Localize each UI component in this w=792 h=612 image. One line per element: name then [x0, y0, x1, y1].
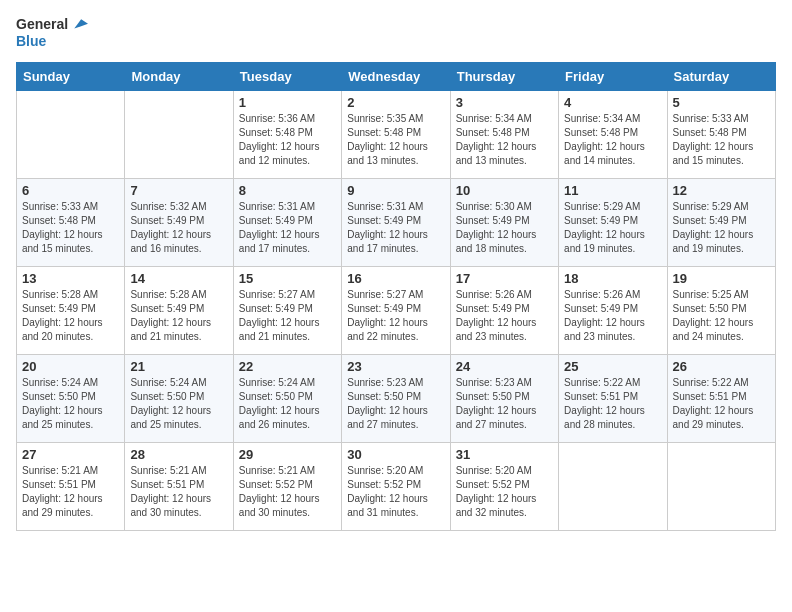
calendar-day-cell: 29Sunrise: 5:21 AM Sunset: 5:52 PM Dayli… [233, 443, 341, 531]
calendar-day-cell: 26Sunrise: 5:22 AM Sunset: 5:51 PM Dayli… [667, 355, 775, 443]
day-number: 8 [239, 183, 336, 198]
day-number: 29 [239, 447, 336, 462]
calendar-day-cell: 3Sunrise: 5:34 AM Sunset: 5:48 PM Daylig… [450, 91, 558, 179]
day-number: 15 [239, 271, 336, 286]
day-number: 28 [130, 447, 227, 462]
day-number: 31 [456, 447, 553, 462]
day-info: Sunrise: 5:32 AM Sunset: 5:49 PM Dayligh… [130, 200, 227, 256]
weekday-header: Thursday [450, 63, 558, 91]
day-info: Sunrise: 5:34 AM Sunset: 5:48 PM Dayligh… [456, 112, 553, 168]
day-number: 19 [673, 271, 770, 286]
day-info: Sunrise: 5:26 AM Sunset: 5:49 PM Dayligh… [564, 288, 661, 344]
calendar-week-row: 27Sunrise: 5:21 AM Sunset: 5:51 PM Dayli… [17, 443, 776, 531]
calendar-day-cell: 31Sunrise: 5:20 AM Sunset: 5:52 PM Dayli… [450, 443, 558, 531]
day-number: 11 [564, 183, 661, 198]
day-info: Sunrise: 5:20 AM Sunset: 5:52 PM Dayligh… [456, 464, 553, 520]
day-info: Sunrise: 5:31 AM Sunset: 5:49 PM Dayligh… [347, 200, 444, 256]
calendar-day-cell: 5Sunrise: 5:33 AM Sunset: 5:48 PM Daylig… [667, 91, 775, 179]
day-number: 27 [22, 447, 119, 462]
weekday-header: Saturday [667, 63, 775, 91]
day-info: Sunrise: 5:28 AM Sunset: 5:49 PM Dayligh… [22, 288, 119, 344]
weekday-header: Tuesday [233, 63, 341, 91]
calendar-day-cell: 12Sunrise: 5:29 AM Sunset: 5:49 PM Dayli… [667, 179, 775, 267]
calendar-day-cell: 28Sunrise: 5:21 AM Sunset: 5:51 PM Dayli… [125, 443, 233, 531]
weekday-header: Wednesday [342, 63, 450, 91]
day-number: 4 [564, 95, 661, 110]
day-info: Sunrise: 5:22 AM Sunset: 5:51 PM Dayligh… [673, 376, 770, 432]
calendar-day-cell: 23Sunrise: 5:23 AM Sunset: 5:50 PM Dayli… [342, 355, 450, 443]
day-number: 18 [564, 271, 661, 286]
day-info: Sunrise: 5:24 AM Sunset: 5:50 PM Dayligh… [130, 376, 227, 432]
day-number: 13 [22, 271, 119, 286]
weekday-header-row: SundayMondayTuesdayWednesdayThursdayFrid… [17, 63, 776, 91]
calendar-day-cell: 11Sunrise: 5:29 AM Sunset: 5:49 PM Dayli… [559, 179, 667, 267]
calendar-day-cell: 14Sunrise: 5:28 AM Sunset: 5:49 PM Dayli… [125, 267, 233, 355]
day-info: Sunrise: 5:34 AM Sunset: 5:48 PM Dayligh… [564, 112, 661, 168]
page-header: General Blue [16, 16, 776, 50]
calendar-day-cell: 15Sunrise: 5:27 AM Sunset: 5:49 PM Dayli… [233, 267, 341, 355]
day-info: Sunrise: 5:20 AM Sunset: 5:52 PM Dayligh… [347, 464, 444, 520]
day-number: 26 [673, 359, 770, 374]
calendar-week-row: 6Sunrise: 5:33 AM Sunset: 5:48 PM Daylig… [17, 179, 776, 267]
calendar-day-cell [125, 91, 233, 179]
day-number: 6 [22, 183, 119, 198]
calendar-day-cell: 18Sunrise: 5:26 AM Sunset: 5:49 PM Dayli… [559, 267, 667, 355]
day-number: 12 [673, 183, 770, 198]
weekday-header: Friday [559, 63, 667, 91]
calendar-day-cell: 10Sunrise: 5:30 AM Sunset: 5:49 PM Dayli… [450, 179, 558, 267]
day-info: Sunrise: 5:31 AM Sunset: 5:49 PM Dayligh… [239, 200, 336, 256]
calendar-day-cell: 4Sunrise: 5:34 AM Sunset: 5:48 PM Daylig… [559, 91, 667, 179]
calendar-week-row: 13Sunrise: 5:28 AM Sunset: 5:49 PM Dayli… [17, 267, 776, 355]
day-number: 2 [347, 95, 444, 110]
day-info: Sunrise: 5:23 AM Sunset: 5:50 PM Dayligh… [456, 376, 553, 432]
day-info: Sunrise: 5:21 AM Sunset: 5:52 PM Dayligh… [239, 464, 336, 520]
calendar-day-cell: 22Sunrise: 5:24 AM Sunset: 5:50 PM Dayli… [233, 355, 341, 443]
day-info: Sunrise: 5:21 AM Sunset: 5:51 PM Dayligh… [130, 464, 227, 520]
svg-marker-0 [74, 20, 88, 29]
calendar-day-cell: 16Sunrise: 5:27 AM Sunset: 5:49 PM Dayli… [342, 267, 450, 355]
weekday-header: Sunday [17, 63, 125, 91]
day-info: Sunrise: 5:33 AM Sunset: 5:48 PM Dayligh… [673, 112, 770, 168]
day-info: Sunrise: 5:27 AM Sunset: 5:49 PM Dayligh… [239, 288, 336, 344]
calendar-day-cell: 27Sunrise: 5:21 AM Sunset: 5:51 PM Dayli… [17, 443, 125, 531]
day-info: Sunrise: 5:29 AM Sunset: 5:49 PM Dayligh… [673, 200, 770, 256]
logo-wordmark: General Blue [16, 16, 88, 50]
day-number: 16 [347, 271, 444, 286]
calendar-day-cell: 13Sunrise: 5:28 AM Sunset: 5:49 PM Dayli… [17, 267, 125, 355]
day-number: 20 [22, 359, 119, 374]
calendar-table: SundayMondayTuesdayWednesdayThursdayFrid… [16, 62, 776, 531]
calendar-day-cell: 8Sunrise: 5:31 AM Sunset: 5:49 PM Daylig… [233, 179, 341, 267]
weekday-header: Monday [125, 63, 233, 91]
day-number: 14 [130, 271, 227, 286]
calendar-day-cell: 21Sunrise: 5:24 AM Sunset: 5:50 PM Dayli… [125, 355, 233, 443]
calendar-day-cell: 9Sunrise: 5:31 AM Sunset: 5:49 PM Daylig… [342, 179, 450, 267]
day-number: 9 [347, 183, 444, 198]
day-info: Sunrise: 5:24 AM Sunset: 5:50 PM Dayligh… [22, 376, 119, 432]
day-number: 7 [130, 183, 227, 198]
day-number: 23 [347, 359, 444, 374]
day-number: 1 [239, 95, 336, 110]
day-number: 22 [239, 359, 336, 374]
calendar-day-cell [559, 443, 667, 531]
day-info: Sunrise: 5:21 AM Sunset: 5:51 PM Dayligh… [22, 464, 119, 520]
logo: General Blue [16, 16, 88, 50]
calendar-day-cell: 20Sunrise: 5:24 AM Sunset: 5:50 PM Dayli… [17, 355, 125, 443]
day-number: 30 [347, 447, 444, 462]
day-number: 10 [456, 183, 553, 198]
day-info: Sunrise: 5:24 AM Sunset: 5:50 PM Dayligh… [239, 376, 336, 432]
calendar-week-row: 1Sunrise: 5:36 AM Sunset: 5:48 PM Daylig… [17, 91, 776, 179]
day-info: Sunrise: 5:36 AM Sunset: 5:48 PM Dayligh… [239, 112, 336, 168]
day-info: Sunrise: 5:30 AM Sunset: 5:49 PM Dayligh… [456, 200, 553, 256]
day-number: 5 [673, 95, 770, 110]
day-number: 3 [456, 95, 553, 110]
day-info: Sunrise: 5:29 AM Sunset: 5:49 PM Dayligh… [564, 200, 661, 256]
calendar-day-cell: 17Sunrise: 5:26 AM Sunset: 5:49 PM Dayli… [450, 267, 558, 355]
calendar-day-cell [667, 443, 775, 531]
day-info: Sunrise: 5:25 AM Sunset: 5:50 PM Dayligh… [673, 288, 770, 344]
day-info: Sunrise: 5:22 AM Sunset: 5:51 PM Dayligh… [564, 376, 661, 432]
day-info: Sunrise: 5:23 AM Sunset: 5:50 PM Dayligh… [347, 376, 444, 432]
day-info: Sunrise: 5:28 AM Sunset: 5:49 PM Dayligh… [130, 288, 227, 344]
day-info: Sunrise: 5:33 AM Sunset: 5:48 PM Dayligh… [22, 200, 119, 256]
day-number: 25 [564, 359, 661, 374]
calendar-week-row: 20Sunrise: 5:24 AM Sunset: 5:50 PM Dayli… [17, 355, 776, 443]
